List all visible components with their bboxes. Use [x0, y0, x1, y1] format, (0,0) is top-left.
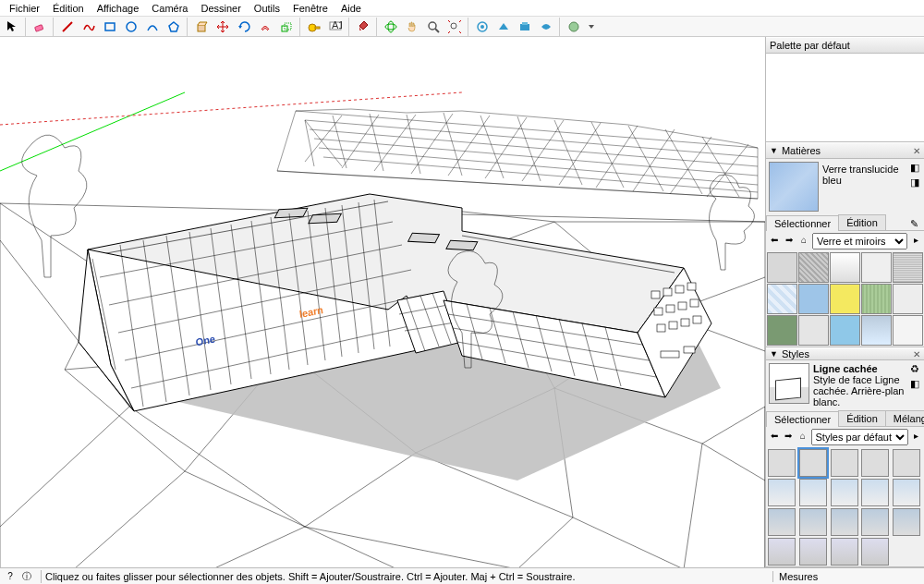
styles-tab-mix[interactable]: Mélange: [885, 410, 924, 426]
style-update-icon[interactable]: ♻: [908, 363, 921, 376]
material-swatch[interactable]: [830, 315, 860, 346]
material-swatch[interactable]: [798, 252, 829, 283]
material-swatch[interactable]: [861, 284, 892, 314]
style-menu-icon[interactable]: ▸: [910, 431, 923, 444]
style-thumb[interactable]: [831, 538, 858, 566]
style-home-icon[interactable]: ⌂: [796, 431, 809, 444]
ext4-icon[interactable]: [536, 18, 556, 36]
material-swatch[interactable]: [893, 315, 923, 346]
styles-tab-select[interactable]: Sélectionner: [766, 411, 839, 427]
polygon-tool-icon[interactable]: [164, 18, 184, 36]
style-thumb[interactable]: [768, 449, 796, 477]
material-swatch[interactable]: [767, 315, 797, 346]
style-thumb[interactable]: [799, 538, 827, 566]
style-thumb[interactable]: [893, 449, 920, 477]
style-thumb[interactable]: [893, 479, 920, 506]
svg-rect-27: [309, 213, 342, 224]
menu-outils[interactable]: Outils: [249, 2, 286, 15]
material-swatch[interactable]: [767, 252, 797, 283]
circle-tool-icon[interactable]: [121, 18, 141, 36]
style-thumb[interactable]: [831, 479, 858, 506]
ext5-icon[interactable]: [564, 18, 584, 36]
style-thumb[interactable]: [799, 449, 827, 477]
styles-tab-edit[interactable]: Édition: [838, 410, 886, 426]
style-thumb[interactable]: [799, 479, 827, 506]
menu-fenetre[interactable]: Fenêtre: [287, 2, 334, 15]
mat-fwd-icon[interactable]: ➡: [783, 235, 796, 248]
ext1-icon[interactable]: [472, 18, 492, 36]
select-tool-icon[interactable]: [2, 18, 22, 36]
dropdown-icon[interactable]: [585, 18, 598, 36]
material-swatch[interactable]: [798, 284, 829, 314]
zoom-tool-icon[interactable]: [423, 18, 444, 36]
mat-home-icon[interactable]: ⌂: [797, 235, 810, 248]
scale-tool-icon[interactable]: [276, 18, 297, 36]
style-thumb[interactable]: [861, 449, 889, 477]
materials-header[interactable]: ▼ Matières ✕: [766, 142, 924, 159]
material-swatch[interactable]: [893, 284, 923, 314]
text-tool-icon[interactable]: A1: [325, 18, 346, 36]
rotate-tool-icon[interactable]: [234, 18, 254, 36]
ext3-icon[interactable]: [515, 18, 535, 36]
svg-text:A1: A1: [332, 21, 342, 30]
3d-viewport[interactable]: One learn: [0, 37, 765, 567]
menu-dessiner[interactable]: Dessiner: [195, 2, 246, 15]
style-preview[interactable]: [769, 363, 809, 404]
style-thumb[interactable]: [861, 538, 889, 566]
material-library-select[interactable]: Verre et miroirs: [812, 233, 907, 249]
freehand-tool-icon[interactable]: [79, 18, 99, 36]
style-fwd-icon[interactable]: ➡: [783, 431, 796, 444]
eyedropper-icon[interactable]: ✎: [907, 218, 920, 230]
ext2-icon[interactable]: [493, 18, 514, 36]
paint-tool-icon[interactable]: [353, 18, 373, 36]
line-tool-icon[interactable]: [57, 18, 78, 36]
style-library-select[interactable]: Styles par défaut: [811, 429, 908, 445]
material-swatch[interactable]: [798, 315, 829, 346]
mat-back-icon[interactable]: ⬅: [768, 235, 781, 248]
style-thumb[interactable]: [768, 538, 796, 566]
style-thumb[interactable]: [861, 479, 889, 506]
offset-tool-icon[interactable]: [255, 18, 275, 36]
material-swatch[interactable]: [830, 284, 860, 314]
pushpull-tool-icon[interactable]: [191, 18, 212, 36]
material-preview[interactable]: [769, 162, 819, 212]
material-swatch[interactable]: [830, 252, 860, 283]
style-back-icon[interactable]: ⬅: [768, 431, 781, 444]
orbit-tool-icon[interactable]: [381, 18, 401, 36]
material-swatch[interactable]: [861, 315, 892, 346]
palette-default-header[interactable]: Palette par défaut: [766, 37, 924, 54]
move-tool-icon[interactable]: [213, 18, 233, 36]
style-thumb[interactable]: [861, 508, 889, 536]
menu-fichier[interactable]: Fichier: [4, 2, 45, 15]
default-material-icon[interactable]: ◨: [908, 176, 921, 189]
style-thumb[interactable]: [831, 508, 858, 536]
mat-menu-icon[interactable]: ▸: [909, 235, 922, 248]
create-material-icon[interactable]: ◧: [908, 162, 921, 175]
style-create-icon[interactable]: ◧: [908, 378, 921, 391]
tape-tool-icon[interactable]: [304, 18, 324, 36]
material-swatch[interactable]: [893, 252, 923, 283]
materials-tab-select[interactable]: Sélectionner: [766, 215, 839, 231]
eraser-tool-icon[interactable]: [30, 18, 50, 36]
info-icon[interactable]: ⓘ: [20, 570, 33, 583]
menu-affichage[interactable]: Affichage: [91, 2, 145, 15]
pan-tool-icon[interactable]: [402, 18, 422, 36]
style-thumb[interactable]: [768, 508, 796, 536]
styles-header[interactable]: ▼ Styles ✕: [766, 347, 924, 360]
close-icon[interactable]: ✕: [913, 146, 920, 156]
rectangle-tool-icon[interactable]: [100, 18, 120, 36]
zoom-extents-icon[interactable]: [444, 18, 465, 36]
help-icon[interactable]: ?: [4, 570, 17, 583]
materials-tab-edit[interactable]: Édition: [838, 214, 886, 230]
style-thumb[interactable]: [768, 479, 796, 506]
menu-camera[interactable]: Caméra: [146, 2, 193, 15]
material-swatch[interactable]: [861, 252, 892, 283]
menu-edition[interactable]: Édition: [47, 2, 90, 15]
arc-tool-icon[interactable]: [142, 18, 163, 36]
material-swatch[interactable]: [767, 284, 797, 314]
menu-aide[interactable]: Aide: [335, 2, 367, 15]
style-thumb[interactable]: [893, 508, 920, 536]
close-icon[interactable]: ✕: [913, 349, 920, 359]
style-thumb[interactable]: [799, 508, 827, 536]
style-thumb[interactable]: [831, 449, 858, 477]
